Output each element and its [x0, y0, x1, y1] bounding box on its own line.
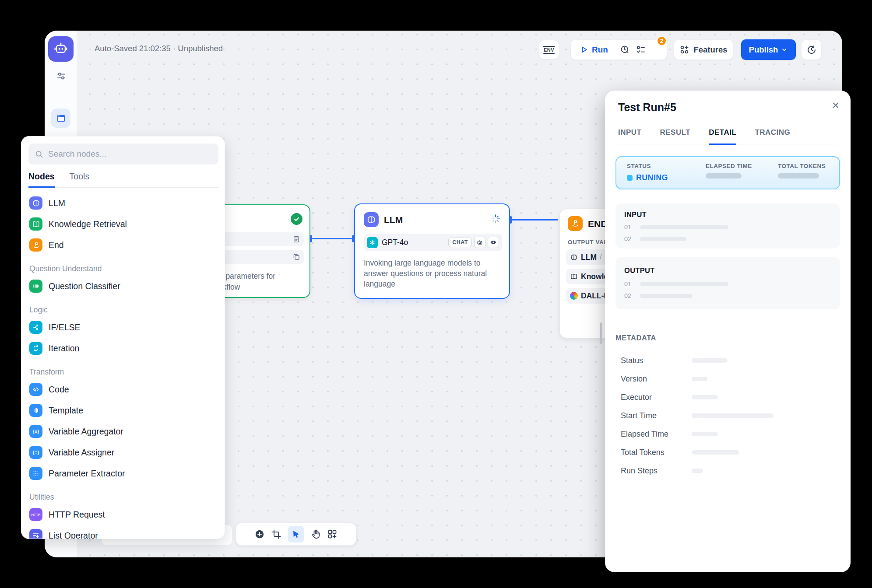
hand-tool-icon[interactable]: [310, 529, 321, 539]
tab-tracing[interactable]: TRACING: [755, 128, 790, 144]
output-section-title: OUTPUT: [624, 266, 831, 275]
pointer-tool-active[interactable]: [288, 526, 304, 542]
metadata-row: Run Steps: [615, 462, 840, 480]
node-item-question-classifier[interactable]: Question Classifier: [21, 276, 225, 297]
document-icon: [292, 235, 300, 243]
sliders-icon[interactable]: [56, 71, 67, 81]
metadata-label: Version: [621, 374, 692, 384]
copy-icon: [292, 253, 300, 261]
node-item-template[interactable]: Template: [21, 400, 225, 421]
section-logic: Logic: [21, 303, 225, 317]
brain-icon: [364, 212, 379, 227]
metadata-row: Start Time: [615, 406, 840, 425]
checklist-icon[interactable]: [636, 45, 646, 55]
tab-result[interactable]: RESULT: [660, 128, 691, 144]
tab-tools[interactable]: Tools: [70, 172, 90, 187]
node-item-variable-aggregator[interactable]: {x} Variable Aggregator: [21, 421, 225, 442]
schedule-clock-icon[interactable]: [620, 45, 630, 55]
panel-window-icon[interactable]: [51, 108, 70, 128]
metadata-title: METADATA: [615, 334, 656, 342]
running-status-value: RUNING: [636, 173, 668, 182]
tab-input[interactable]: INPUT: [618, 128, 642, 144]
row-number: 02: [624, 235, 640, 242]
node-item-label: List Operator: [49, 531, 98, 539]
row-number: 02: [624, 292, 640, 299]
vision-eye-icon[interactable]: [488, 237, 499, 248]
node-item-label: LLM: [49, 198, 65, 208]
node-item-end[interactable]: End: [21, 234, 225, 256]
http-icon: HTTP: [29, 508, 42, 521]
model-selector[interactable]: GPT-4o CHAT: [364, 234, 502, 251]
running-status-dot: [627, 175, 633, 181]
run-button[interactable]: Run: [592, 45, 608, 55]
divider: [614, 45, 614, 55]
metadata-row: Status: [615, 351, 840, 370]
node-item-llm[interactable]: LLM: [21, 192, 225, 214]
model-name: GPT-4o: [382, 238, 408, 247]
test-run-panel: Test Run#5 × INPUT RESULT DETAIL TRACING…: [605, 91, 851, 572]
dots-grid-icon: [29, 467, 42, 480]
flag-icon: [568, 216, 583, 231]
search-box[interactable]: [28, 144, 218, 164]
edge-start-llm: [311, 238, 353, 239]
placeholder-bar: [692, 358, 728, 363]
close-icon[interactable]: ×: [832, 99, 839, 112]
node-item-iteration[interactable]: Iteration: [21, 338, 225, 359]
search-input[interactable]: [47, 149, 212, 159]
total-tokens-label: TOTAL TOKENS: [778, 163, 826, 169]
node-item-parameter-extractor[interactable]: Parameter Extractor: [21, 463, 225, 484]
placeholder-bar: [778, 173, 819, 178]
metadata-row: Executor: [615, 388, 840, 406]
node-item-if-else[interactable]: IF/ELSE: [21, 317, 225, 338]
chevron-down-icon: [781, 46, 788, 53]
placeholder-bar: [692, 377, 707, 381]
placeholder-bar: [640, 225, 728, 229]
env-button[interactable]: ENV: [539, 40, 559, 60]
node-item-variable-assigner[interactable]: {=} Variable Assigner: [21, 442, 225, 463]
metadata-label: Executor: [621, 393, 692, 402]
panel-tabs: Nodes Tools: [28, 172, 218, 188]
tab-nodes[interactable]: Nodes: [28, 172, 55, 188]
publish-button[interactable]: Publish: [741, 39, 796, 60]
output-card: OUTPUT 01 02: [615, 257, 840, 309]
checklist-count-badge: 2: [657, 36, 667, 46]
organize-layout-icon[interactable]: [327, 529, 338, 539]
metadata-row: Elapsed Time: [615, 425, 840, 443]
node-item-code[interactable]: Code: [21, 379, 225, 400]
node-item-label: Variable Aggregator: [49, 427, 123, 437]
braces-x-icon: {x}: [29, 425, 42, 438]
braces-equals-icon: {=}: [29, 446, 42, 459]
robot-badge-icon[interactable]: [474, 237, 485, 248]
canvas-toolbar: [236, 523, 356, 546]
app-logo-robot-icon[interactable]: [48, 36, 74, 62]
tab-detail[interactable]: DETAIL: [709, 128, 736, 145]
placeholder-bar: [706, 173, 742, 178]
loading-spinner-icon: [491, 214, 500, 224]
llm-node-description: Invoking large language models to answer…: [364, 258, 501, 289]
add-node-button[interactable]: [254, 529, 265, 539]
flag-icon: [29, 238, 42, 252]
template-icon: [29, 404, 42, 417]
node-item-label: Parameter Extractor: [49, 469, 125, 479]
node-item-http-request[interactable]: HTTP HTTP Request: [21, 504, 225, 525]
dalle-icon: [570, 292, 578, 300]
annotation-crop-icon[interactable]: [271, 529, 281, 539]
row-number: 01: [624, 280, 640, 287]
features-button[interactable]: Features: [674, 39, 733, 60]
node-item-list-operator[interactable]: List Operator: [21, 525, 225, 539]
node-item-knowledge-retrieval[interactable]: Knowledge Retrieval: [21, 214, 225, 234]
node-item-label: IF/ELSE: [49, 322, 81, 332]
elapsed-time-label: ELAPSED TIME: [706, 163, 778, 169]
llm-node[interactable]: LLM GPT-4o CHAT Invoking large language …: [354, 203, 510, 299]
env-icon: ENV: [543, 46, 555, 54]
edge-llm-end: [511, 219, 558, 220]
input-section-title: INPUT: [624, 210, 831, 219]
play-icon[interactable]: [580, 45, 589, 54]
history-button[interactable]: [801, 39, 822, 60]
canvas-scrollbar[interactable]: [600, 322, 602, 344]
placeholder-bar: [692, 395, 718, 399]
test-run-title: Test Run#5: [618, 101, 676, 114]
metadata-row: Total Tokens: [615, 443, 840, 462]
search-icon: [35, 150, 43, 158]
openai-icon: [367, 237, 378, 248]
